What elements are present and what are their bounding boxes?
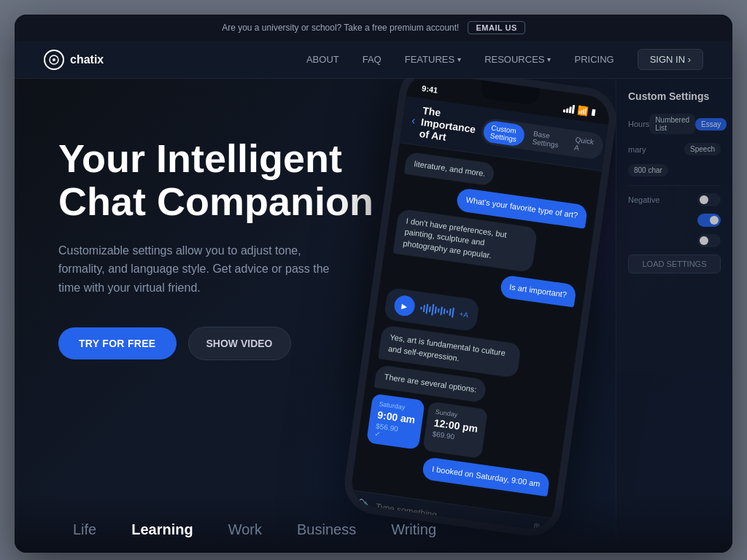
nav-pricing[interactable]: PRICING <box>574 54 614 65</box>
time-slot-saturday-9am[interactable]: Saturday 9:00 am $56.90 ✓ <box>366 393 425 449</box>
chat-body: literature, and more. What's your favori… <box>351 143 602 518</box>
chip-char-count: 800 char <box>628 164 668 176</box>
left-content: Your Intelligent Chat Companion Customiz… <box>58 137 409 360</box>
category-writing[interactable]: Writing <box>391 521 436 538</box>
settings-panel-title: Custom Settings <box>628 90 721 102</box>
chip-essay[interactable]: Essay <box>695 118 727 131</box>
nav-about[interactable]: ABOUT <box>306 54 339 65</box>
hero-subtitle: Customizable settings allow you to adjus… <box>58 241 336 298</box>
wifi-icon: 📶 <box>576 105 589 117</box>
settings-divider <box>628 185 721 186</box>
label-hours: Hours <box>628 120 649 128</box>
settings-tabs: Custom Settings Base Settings Quick A <box>479 117 604 160</box>
chat-title-text: The Importance of Art <box>419 104 478 147</box>
toggle-row-2 <box>628 214 721 227</box>
hero-title: Your Intelligent Chat Companion <box>58 137 409 224</box>
toggle-negative[interactable] <box>697 193 721 206</box>
cta-buttons: TRY FOR FREE SHOW VIDEO <box>58 327 409 360</box>
logo-icon <box>44 50 64 70</box>
toggle-3[interactable] <box>697 234 721 247</box>
status-icons: 📶 ▮ <box>563 103 597 117</box>
label-summary: mary <box>628 145 646 154</box>
top-banner: Are you a university or school? Take a f… <box>15 15 732 41</box>
sign-in-button[interactable]: SIGN IN › <box>638 49 703 70</box>
message-4: Is art important? <box>499 274 577 307</box>
phone-time: 9:41 <box>422 84 438 95</box>
audio-waveform <box>419 301 454 320</box>
features-chevron-icon: ▾ <box>457 55 461 63</box>
load-settings-button[interactable]: LOAD SETTINGS <box>628 254 721 273</box>
message-booked: I booked on Saturday, 9:00 am <box>422 456 550 497</box>
nav-features[interactable]: FEATURES ▾ <box>405 54 461 65</box>
nav-resources[interactable]: RESOURCES ▾ <box>484 54 551 65</box>
bottom-categories: Life Learning Work Business Writing <box>15 494 732 553</box>
toggle-2[interactable] <box>697 214 721 227</box>
tab-quick-access[interactable]: Quick A <box>566 131 602 158</box>
logo-text: chatix <box>70 53 104 66</box>
main-content: Your Intelligent Chat Companion Customiz… <box>15 79 732 553</box>
audio-tag: +A <box>459 310 469 319</box>
battery-icon: ▮ <box>590 107 596 117</box>
category-work[interactable]: Work <box>228 521 262 538</box>
show-video-button[interactable]: SHOW VIDEO <box>188 327 291 360</box>
settings-row-speech: mary Speech <box>628 143 721 155</box>
tab-base-settings[interactable]: Base Settings <box>524 125 568 153</box>
laptop-frame: Are you a university or school? Take a f… <box>15 15 732 553</box>
settings-panel: Custom Settings Hours Numbered List Essa… <box>616 79 732 553</box>
audio-message: ▶ <box>384 287 479 332</box>
back-button[interactable]: ‹ <box>411 114 417 128</box>
play-button[interactable]: ▶ <box>393 295 417 318</box>
email-button[interactable]: EMAIL US <box>468 21 525 34</box>
time-slots: Saturday 9:00 am $56.90 ✓ Sunday 12:00 p… <box>366 393 488 458</box>
svg-point-1 <box>53 58 55 61</box>
message-1: literature, and more. <box>404 152 496 187</box>
resources-chevron-icon: ▾ <box>547 55 551 63</box>
chip-numbered-list[interactable]: Numbered List <box>649 114 695 134</box>
settings-row-char: 800 char <box>628 164 721 176</box>
chip-speech[interactable]: Speech <box>684 143 721 155</box>
signal-icon <box>563 104 576 114</box>
check-icon: ✓ <box>374 429 381 438</box>
category-life[interactable]: Life <box>73 521 96 538</box>
label-negative: Negative <box>628 195 659 204</box>
nav-faq[interactable]: FAQ <box>363 54 382 65</box>
time-slot-sunday-noon[interactable]: Sunday 12:00 pm $69.90 <box>422 401 487 459</box>
category-business[interactable]: Business <box>297 521 356 538</box>
banner-text: Are you a university or school? Take a f… <box>222 23 459 33</box>
try-free-button[interactable]: TRY FOR FREE <box>58 327 177 359</box>
settings-row-essay: Hours Numbered List Essay <box>628 114 721 134</box>
logo[interactable]: chatix <box>44 50 104 70</box>
navigation: chatix ABOUT FAQ FEATURES ▾ RESOURCES ▾ … <box>15 41 732 79</box>
category-learning[interactable]: Learning <box>131 521 193 538</box>
toggle-row-3 <box>628 234 721 247</box>
toggle-row-negative: Negative <box>628 193 721 206</box>
tab-custom-settings[interactable]: Custom Settings <box>482 120 526 147</box>
